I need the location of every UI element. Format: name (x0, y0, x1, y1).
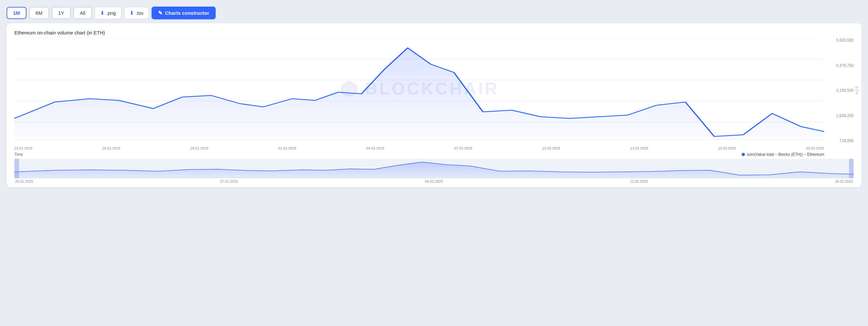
charts-constructor-icon: ✎ (158, 10, 162, 16)
download-tsv-button[interactable]: ⬇ .tsv (124, 7, 149, 19)
download-tsv-icon: ⬇ (130, 10, 134, 16)
toolbar: 1M 6M 1Y All ⬇ .png ⬇ .tsv ✎ Charts cons… (6, 6, 862, 19)
download-png-button[interactable]: ⬇ .png (95, 7, 121, 19)
y-label-2: 3,159,500 (836, 88, 854, 93)
chart-card: Ethereum on-chain volume chart (in ETH) … (6, 23, 862, 187)
x-label-5: 07.02.2025 (454, 146, 472, 150)
y-label-3: 1,939,250 (836, 113, 854, 118)
mini-x-label-3: 12.02.2025 (630, 180, 648, 183)
mini-chart-right-handle[interactable] (849, 159, 854, 179)
mini-x-label-4: 20.02.2025 (835, 180, 853, 183)
mini-chart[interactable] (14, 159, 854, 179)
mini-chart-svg (14, 159, 854, 179)
x-label-8: 16.02.2025 (718, 146, 736, 150)
legend-label: sum(Value total – Blocks (ETH)) – Ethere… (747, 152, 824, 157)
x-label-4: 04.02.2025 (366, 146, 384, 150)
main-chart-svg (14, 38, 824, 143)
y-axis-title: ETH (855, 87, 859, 95)
time-btn-1m[interactable]: 1M (6, 7, 27, 19)
x-label-3: 01.02.2025 (278, 146, 296, 150)
x-label-0: 23.01.2025 (14, 146, 32, 150)
time-btn-6m[interactable]: 6M (29, 7, 49, 19)
y-label-4: 719,000 (839, 138, 854, 143)
mini-x-label-2: 04.02.2025 (425, 180, 443, 183)
time-label: Time (14, 152, 23, 157)
chart-title: Ethereum on-chain volume chart (in ETH) (14, 30, 854, 35)
y-label-0: 5,600,000 (836, 38, 854, 43)
y-label-1: 4,379,750 (836, 63, 854, 68)
x-label-7: 13.02.2025 (630, 146, 648, 150)
x-label-2: 29.01.2025 (190, 146, 209, 150)
legend-item: sum(Value total – Blocks (ETH)) – Ethere… (742, 152, 824, 157)
x-label-9: 20.02.2025 (806, 146, 824, 150)
time-btn-1y[interactable]: 1Y (52, 7, 71, 19)
mini-x-label-0: 20.01.2025 (15, 180, 33, 183)
download-png-icon: ⬇ (100, 10, 104, 16)
x-label-1: 26.01.2025 (102, 146, 120, 150)
legend-dot (742, 153, 745, 156)
mini-x-label-1: 27.01.2025 (220, 180, 238, 183)
x-label-6: 10.02.2025 (542, 146, 560, 150)
mini-chart-left-handle[interactable] (14, 159, 19, 179)
charts-constructor-button[interactable]: ✎ Charts constructor (152, 6, 216, 19)
time-btn-all[interactable]: All (73, 7, 92, 19)
